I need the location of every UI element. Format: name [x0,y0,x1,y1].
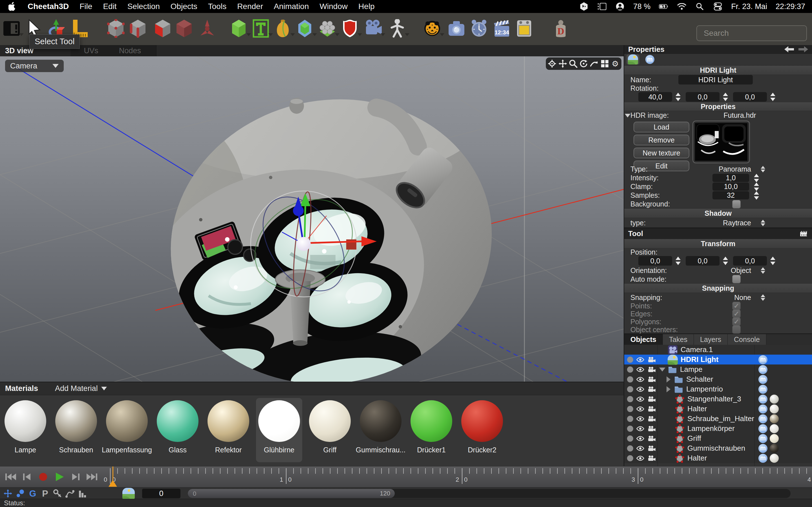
eye-icon[interactable] [636,367,645,372]
orientation-value[interactable]: Object [709,267,751,275]
render-visibility-icon[interactable] [647,396,656,402]
material-tag-icon[interactable]: m [758,355,767,364]
eye-icon[interactable] [636,446,645,451]
auto-mode-checkbox[interactable] [732,275,741,283]
timeline-ruler[interactable]: 0010203040 [110,466,812,487]
dropdown-chevrons-icon[interactable] [761,166,765,172]
selection-dot-icon[interactable] [627,445,633,452]
split-view-icon[interactable] [601,59,609,68]
record-button[interactable] [37,470,50,483]
battery-icon[interactable] [659,2,668,11]
stepper-icon[interactable] [770,93,775,101]
history-back-icon[interactable] [784,46,794,52]
material-item[interactable]: Glass [154,398,201,462]
material-tag-icon[interactable]: m [758,424,767,433]
stepper-icon[interactable] [754,191,759,200]
toolbar-search[interactable] [696,25,807,41]
add-particle-object-icon[interactable] [319,19,336,38]
animation-track[interactable]: 120 0 [188,489,791,498]
render-visibility-icon[interactable] [647,416,656,422]
gizmo-center-handle[interactable] [297,237,311,251]
tree-row[interactable]: Schalterm [624,374,812,384]
material-tag-icon[interactable]: m [758,444,767,453]
selection-dot-icon[interactable] [627,376,633,383]
material-item[interactable]: Schrauben [53,398,99,462]
eye-icon[interactable] [636,386,645,392]
fcurve-icon[interactable] [64,489,76,499]
samples-field[interactable]: 32 [712,191,749,200]
render-visibility-icon[interactable] [647,426,656,432]
material-tag-icon[interactable]: m [758,434,767,443]
step-back-button[interactable] [20,470,33,483]
rotation-x-field[interactable]: 40,0 [638,92,672,102]
history-forward-icon[interactable] [799,46,808,52]
parameter-filter-icon[interactable]: P [39,489,51,499]
add-text-object-icon[interactable] [252,19,269,38]
rotation-filter-icon[interactable]: G [27,489,39,499]
menu-time[interactable]: 22:29:37 [776,2,805,11]
add-polygon-object-icon[interactable] [230,19,248,38]
dope-sheet-icon[interactable] [76,489,89,499]
stepper-icon[interactable] [675,257,680,265]
statusbar-sidebar-icon[interactable] [597,2,607,11]
material-item[interactable]: Refektor [205,398,252,462]
zoom-view-icon[interactable] [569,59,577,68]
remove-button[interactable]: Remove [633,135,689,145]
go-to-end-button[interactable] [86,470,99,483]
material-item[interactable]: Lampe [2,398,49,462]
cheetah-render-icon[interactable] [423,19,441,38]
stepper-icon[interactable] [723,257,728,265]
render-visibility-icon[interactable] [647,376,656,383]
menu-help[interactable]: Help [358,2,375,11]
eye-icon[interactable] [636,357,645,362]
tab-console[interactable]: Console [728,334,766,345]
tab-layers[interactable]: Layers [694,334,728,345]
eye-icon[interactable] [636,436,645,441]
selection-dot-icon[interactable] [627,396,633,402]
playhead-handle[interactable] [109,480,117,487]
render-settings-icon[interactable] [515,19,533,38]
tab-takes[interactable]: Takes [663,334,694,345]
menu-animation[interactable]: Animation [274,2,309,11]
add-shield-tag-icon[interactable] [341,19,359,38]
d-stamp-icon[interactable]: D [552,19,569,38]
material-tag-icon[interactable]: m [758,404,767,413]
dropdown-chevrons-icon[interactable] [761,267,765,274]
stepper-icon[interactable] [675,93,680,101]
tree-row[interactable]: Stangenhalter_3m [624,394,812,404]
eye-icon[interactable] [636,406,645,412]
wifi-icon[interactable] [677,2,687,11]
viewport-3d[interactable]: Camera ⚙ [0,56,624,382]
camera-view-selector[interactable]: Camera [5,60,64,72]
rotate-view-icon[interactable] [579,59,588,68]
tree-row[interactable]: Gummischraubenm [624,443,812,453]
background-checkbox[interactable] [732,200,741,209]
tool-presets-icon[interactable] [800,230,808,237]
material-tag-icon[interactable]: m [758,385,767,394]
material-item[interactable]: Drücker1 [408,398,455,462]
disclosure-open-icon[interactable] [625,114,630,117]
menu-edit[interactable]: Edit [103,2,116,11]
eye-icon[interactable] [636,426,645,432]
pan-view-icon[interactable] [559,59,567,68]
apple-menu-icon[interactable] [7,2,17,11]
stepper-icon[interactable] [770,257,775,265]
tree-row[interactable]: Halterm [624,404,812,414]
material-object-tab[interactable]: m [644,54,656,64]
hdr-texture-preview[interactable] [693,121,750,163]
viewport-settings-gear-icon[interactable]: ⚙ [611,59,619,68]
tree-row[interactable]: Camera.1 [624,345,812,355]
step-forward-button[interactable] [69,470,82,483]
rotation-z-field[interactable]: 0,0 [733,92,767,102]
snap-points-checkbox[interactable]: ✓ [732,302,741,310]
statusbar-user-icon[interactable] [615,2,625,11]
render-visibility-icon[interactable] [647,455,656,461]
dropdown-chevrons-icon[interactable] [761,220,765,226]
snap-polygons-checkbox[interactable]: ✓ [732,318,741,326]
selection-dot-icon[interactable] [627,426,633,432]
render-visibility-icon[interactable] [647,367,656,373]
new-texture-button[interactable]: New texture [633,148,689,158]
stepper-icon[interactable] [754,174,759,182]
eye-icon[interactable] [636,416,645,421]
material-item[interactable]: Drücker2 [459,398,505,462]
